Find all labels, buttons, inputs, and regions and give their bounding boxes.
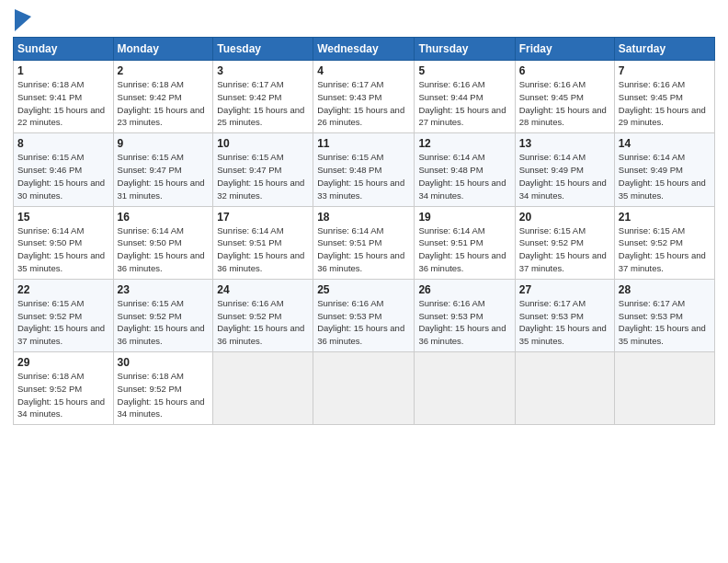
day-info: Sunrise: 6:14 AMSunset: 9:50 PMDaylight:… — [17, 225, 105, 273]
calendar-week-row: 15Sunrise: 6:14 AMSunset: 9:50 PMDayligh… — [14, 206, 715, 279]
calendar-cell: 8Sunrise: 6:15 AMSunset: 9:46 PMDaylight… — [14, 133, 114, 206]
calendar-cell: 5Sunrise: 6:16 AMSunset: 9:44 PMDaylight… — [415, 61, 515, 133]
day-number: 7 — [619, 64, 711, 77]
day-number: 25 — [317, 283, 410, 296]
day-info: Sunrise: 6:14 AMSunset: 9:49 PMDaylight:… — [619, 152, 706, 200]
day-info: Sunrise: 6:17 AMSunset: 9:53 PMDaylight:… — [519, 298, 607, 346]
day-info: Sunrise: 6:16 AMSunset: 9:45 PMDaylight:… — [619, 79, 706, 127]
calendar-cell: 25Sunrise: 6:16 AMSunset: 9:53 PMDayligh… — [313, 279, 415, 351]
day-info: Sunrise: 6:18 AMSunset: 9:41 PMDaylight:… — [17, 79, 105, 127]
day-info: Sunrise: 6:17 AMSunset: 9:43 PMDaylight:… — [317, 79, 404, 127]
calendar-cell: 27Sunrise: 6:17 AMSunset: 9:53 PMDayligh… — [515, 279, 614, 351]
svg-marker-0 — [15, 9, 31, 31]
col-header-friday: Friday — [515, 38, 614, 61]
day-info: Sunrise: 6:16 AMSunset: 9:52 PMDaylight:… — [217, 298, 304, 346]
logo-icon — [15, 9, 31, 31]
calendar-cell: 22Sunrise: 6:15 AMSunset: 9:52 PMDayligh… — [14, 279, 114, 351]
calendar-cell: 9Sunrise: 6:15 AMSunset: 9:47 PMDaylight… — [113, 133, 213, 206]
calendar-cell — [313, 352, 415, 425]
day-info: Sunrise: 6:15 AMSunset: 9:46 PMDaylight:… — [17, 152, 105, 200]
calendar-cell: 2Sunrise: 6:18 AMSunset: 9:42 PMDaylight… — [113, 61, 213, 133]
day-info: Sunrise: 6:15 AMSunset: 9:52 PMDaylight:… — [17, 298, 105, 346]
calendar-cell: 26Sunrise: 6:16 AMSunset: 9:53 PMDayligh… — [415, 279, 515, 351]
page: SundayMondayTuesdayWednesdayThursdayFrid… — [0, 0, 728, 563]
day-info: Sunrise: 6:16 AMSunset: 9:45 PMDaylight:… — [519, 79, 607, 127]
day-info: Sunrise: 6:15 AMSunset: 9:47 PMDaylight:… — [118, 152, 205, 200]
day-number: 2 — [118, 64, 210, 77]
calendar-cell: 4Sunrise: 6:17 AMSunset: 9:43 PMDaylight… — [313, 61, 415, 133]
col-header-saturday: Saturday — [614, 38, 714, 61]
calendar-cell — [614, 352, 714, 425]
day-number: 19 — [418, 211, 510, 224]
day-number: 14 — [619, 137, 711, 150]
day-info: Sunrise: 6:14 AMSunset: 9:50 PMDaylight:… — [118, 225, 205, 273]
calendar-cell: 21Sunrise: 6:15 AMSunset: 9:52 PMDayligh… — [614, 206, 714, 279]
day-number: 18 — [317, 211, 410, 224]
calendar-cell: 10Sunrise: 6:15 AMSunset: 9:47 PMDayligh… — [213, 133, 313, 206]
calendar-cell: 30Sunrise: 6:18 AMSunset: 9:52 PMDayligh… — [113, 352, 213, 425]
calendar-cell: 11Sunrise: 6:15 AMSunset: 9:48 PMDayligh… — [313, 133, 415, 206]
day-number: 8 — [17, 137, 109, 150]
calendar-cell — [515, 352, 614, 425]
day-number: 6 — [519, 64, 610, 77]
calendar-header-row: SundayMondayTuesdayWednesdayThursdayFrid… — [14, 38, 715, 61]
day-number: 3 — [217, 64, 309, 77]
day-number: 23 — [118, 283, 210, 296]
calendar-cell: 17Sunrise: 6:14 AMSunset: 9:51 PMDayligh… — [213, 206, 313, 279]
col-header-sunday: Sunday — [14, 38, 114, 61]
day-number: 20 — [519, 211, 610, 224]
day-info: Sunrise: 6:14 AMSunset: 9:49 PMDaylight:… — [519, 152, 607, 200]
calendar-cell: 7Sunrise: 6:16 AMSunset: 9:45 PMDaylight… — [614, 61, 714, 133]
col-header-wednesday: Wednesday — [313, 38, 415, 61]
day-info: Sunrise: 6:15 AMSunset: 9:47 PMDaylight:… — [217, 152, 304, 200]
day-info: Sunrise: 6:16 AMSunset: 9:53 PMDaylight:… — [317, 298, 404, 346]
day-number: 22 — [17, 283, 109, 296]
calendar-cell: 28Sunrise: 6:17 AMSunset: 9:53 PMDayligh… — [614, 279, 714, 351]
col-header-monday: Monday — [113, 38, 213, 61]
day-info: Sunrise: 6:15 AMSunset: 9:48 PMDaylight:… — [317, 152, 404, 200]
day-number: 12 — [418, 137, 510, 150]
calendar-cell: 14Sunrise: 6:14 AMSunset: 9:49 PMDayligh… — [614, 133, 714, 206]
day-info: Sunrise: 6:14 AMSunset: 9:48 PMDaylight:… — [418, 152, 506, 200]
day-info: Sunrise: 6:15 AMSunset: 9:52 PMDaylight:… — [519, 225, 607, 273]
day-info: Sunrise: 6:18 AMSunset: 9:52 PMDaylight:… — [17, 371, 105, 419]
calendar-cell: 3Sunrise: 6:17 AMSunset: 9:42 PMDaylight… — [213, 61, 313, 133]
calendar-cell: 24Sunrise: 6:16 AMSunset: 9:52 PMDayligh… — [213, 279, 313, 351]
calendar-cell: 18Sunrise: 6:14 AMSunset: 9:51 PMDayligh… — [313, 206, 415, 279]
day-info: Sunrise: 6:14 AMSunset: 9:51 PMDaylight:… — [317, 225, 404, 273]
day-number: 11 — [317, 137, 410, 150]
calendar-cell — [213, 352, 313, 425]
calendar-cell — [415, 352, 515, 425]
day-info: Sunrise: 6:14 AMSunset: 9:51 PMDaylight:… — [217, 225, 304, 273]
calendar-week-row: 29Sunrise: 6:18 AMSunset: 9:52 PMDayligh… — [14, 352, 715, 425]
day-info: Sunrise: 6:17 AMSunset: 9:53 PMDaylight:… — [619, 298, 706, 346]
calendar-cell: 13Sunrise: 6:14 AMSunset: 9:49 PMDayligh… — [515, 133, 614, 206]
day-info: Sunrise: 6:16 AMSunset: 9:44 PMDaylight:… — [418, 79, 506, 127]
day-number: 21 — [619, 211, 711, 224]
calendar-cell: 1Sunrise: 6:18 AMSunset: 9:41 PMDaylight… — [14, 61, 114, 133]
calendar-cell: 20Sunrise: 6:15 AMSunset: 9:52 PMDayligh… — [515, 206, 614, 279]
logo — [13, 9, 33, 31]
calendar-cell: 12Sunrise: 6:14 AMSunset: 9:48 PMDayligh… — [415, 133, 515, 206]
day-number: 16 — [118, 211, 210, 224]
calendar-cell: 19Sunrise: 6:14 AMSunset: 9:51 PMDayligh… — [415, 206, 515, 279]
day-number: 24 — [217, 283, 309, 296]
day-number: 15 — [17, 211, 109, 224]
day-number: 28 — [619, 283, 711, 296]
calendar-cell: 15Sunrise: 6:14 AMSunset: 9:50 PMDayligh… — [14, 206, 114, 279]
day-info: Sunrise: 6:18 AMSunset: 9:42 PMDaylight:… — [118, 79, 205, 127]
col-header-thursday: Thursday — [415, 38, 515, 61]
calendar-cell: 23Sunrise: 6:15 AMSunset: 9:52 PMDayligh… — [113, 279, 213, 351]
day-number: 30 — [118, 356, 210, 369]
day-number: 5 — [418, 64, 510, 77]
day-number: 4 — [317, 64, 410, 77]
calendar-cell: 16Sunrise: 6:14 AMSunset: 9:50 PMDayligh… — [113, 206, 213, 279]
day-number: 9 — [118, 137, 210, 150]
col-header-tuesday: Tuesday — [213, 38, 313, 61]
day-number: 17 — [217, 211, 309, 224]
day-info: Sunrise: 6:14 AMSunset: 9:51 PMDaylight:… — [418, 225, 506, 273]
day-number: 13 — [519, 137, 610, 150]
calendar-table: SundayMondayTuesdayWednesdayThursdayFrid… — [13, 37, 715, 425]
day-number: 29 — [17, 356, 109, 369]
day-number: 1 — [17, 64, 109, 77]
